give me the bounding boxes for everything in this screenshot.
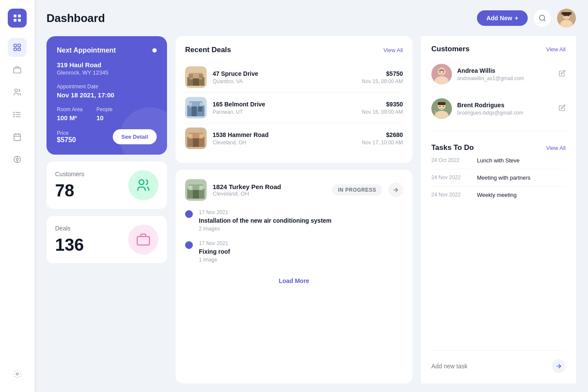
svg-rect-8: [14, 68, 21, 73]
sidebar-item-calendar[interactable]: [8, 128, 27, 146]
svg-rect-35: [137, 236, 149, 245]
task-date-2: 24 Nov 2022: [431, 192, 470, 198]
deals-label: Deals: [55, 225, 84, 232]
deal-right-0: $5750 Nov 15, 08:00 AM: [362, 70, 403, 84]
sidebar-item-contacts[interactable]: [8, 83, 27, 102]
deal-date-2: Nov 17, 10:00 AM: [362, 140, 403, 146]
appointment-date: Nov 18 2021, 17:00: [57, 91, 157, 99]
svg-rect-5: [18, 44, 21, 47]
people-value: 10: [96, 114, 112, 121]
price-label: Price: [57, 130, 76, 136]
edit-icon-0[interactable]: [559, 70, 566, 78]
plus-icon: +: [515, 15, 518, 22]
deal-location-0: Quantico, VA: [213, 78, 356, 84]
svg-rect-16: [14, 134, 21, 140]
add-new-button[interactable]: Add New +: [477, 10, 528, 26]
svg-point-9: [15, 89, 18, 92]
svg-point-21: [16, 159, 19, 161]
sidebar-logo[interactable]: [8, 9, 27, 28]
price-value: $5750: [57, 136, 76, 144]
customer-name-0: Andrea Willis: [457, 67, 554, 74]
deal-name-1: 165 Belmont Drive: [213, 101, 356, 108]
room-area-value: 100 M²: [57, 114, 83, 121]
next-appointment-card: Next Appointment 319 Haul Road Glenrock,…: [46, 36, 167, 155]
customer-email-0: andreawillis_ax1@gmail.com: [457, 75, 554, 81]
deal-thumb-2: [185, 128, 207, 149]
deal-item-2: 1538 Hammer Road Cleveland, OH $2680 Nov…: [185, 123, 403, 153]
middle-column: Recent Deals View All: [176, 36, 412, 383]
room-area-section: Room Area 100 M²: [57, 106, 83, 121]
tasks-title: Tasks To Do: [431, 143, 474, 152]
sidebar-item-list[interactable]: [8, 105, 27, 124]
timeline-date-0: 17 Nov 2021: [199, 209, 403, 215]
appointment-date-label: Appointment Date: [57, 84, 157, 90]
tasks-section-header: Tasks To Do View All: [431, 143, 566, 152]
deal-price-1: $9350: [362, 101, 403, 108]
load-more-button[interactable]: Load More: [185, 271, 403, 290]
svg-point-34: [139, 180, 144, 184]
appointment-title: Next Appointment: [57, 47, 116, 54]
timeline-content-0: 17 Nov 2021 Installation of the new air …: [199, 209, 403, 232]
search-button[interactable]: [534, 9, 551, 27]
svg-point-64: [439, 72, 441, 73]
svg-rect-7: [18, 48, 21, 51]
timeline-title-1: Fixing roof: [199, 248, 403, 255]
deals-value: 136: [55, 235, 84, 255]
deal-right-1: $9350 Nov 16, 09:00 AM: [362, 101, 403, 115]
tasks-view-all[interactable]: View All: [546, 145, 566, 151]
deal-item-0: 47 Spruce Drive Quantico, VA $5750 Nov 1…: [185, 62, 403, 93]
people-section: People 10: [96, 106, 112, 121]
svg-rect-6: [14, 48, 17, 51]
svg-rect-48: [200, 103, 203, 106]
svg-rect-60: [199, 186, 203, 190]
svg-rect-47: [189, 103, 192, 106]
send-task-button[interactable]: [552, 359, 566, 373]
deal-price-0: $5750: [362, 70, 403, 77]
user-avatar[interactable]: [557, 9, 576, 28]
deal-right-2: $2680 Nov 17, 10:00 AM: [362, 131, 403, 146]
recent-deals-view-all[interactable]: View All: [384, 47, 403, 53]
sidebar-item-tag[interactable]: [8, 150, 27, 169]
edit-icon-1[interactable]: [559, 104, 566, 113]
page-title: Dashboard: [46, 12, 105, 25]
deal-date-0: Nov 15, 08:00 AM: [362, 78, 403, 84]
timeline-dot-0: [185, 210, 193, 218]
section-divider: [431, 131, 566, 131]
customers-section-title: Customers: [431, 45, 470, 53]
sidebar-item-settings[interactable]: [8, 364, 27, 383]
add-task-input[interactable]: [431, 363, 552, 370]
svg-rect-40: [189, 74, 193, 78]
sidebar-item-briefcase[interactable]: [8, 60, 27, 79]
add-task-row: [431, 350, 566, 375]
customers-section-header: Customers View All: [431, 45, 566, 53]
customer-avatar-1: [431, 98, 452, 119]
timeline-content-1: 17 Nov 2021 Fixing roof 1 image: [199, 240, 403, 263]
customer-avatar-0: [431, 64, 452, 84]
customers-view-all[interactable]: View All: [546, 46, 566, 53]
customer-item-0: Andrea Willis andreawillis_ax1@gmail.com: [431, 60, 566, 88]
timeline-date-1: 17 Nov 2021: [199, 240, 403, 246]
timeline-dot-1: [185, 241, 193, 249]
appointment-city: Glenrock, WY 12345: [57, 69, 157, 76]
deal-info-1: 165 Belmont Drive Parowan, UT: [213, 101, 356, 115]
recent-deals-card: Recent Deals View All: [176, 36, 412, 163]
see-detail-button[interactable]: See Detail: [113, 129, 157, 144]
left-column: Next Appointment 319 Haul Road Glenrock,…: [46, 36, 167, 383]
appointment-address: 319 Haul Road: [57, 61, 157, 68]
svg-point-71: [443, 106, 444, 107]
progress-arrow-button[interactable]: [388, 183, 403, 197]
recent-deals-title: Recent Deals: [185, 46, 231, 54]
svg-rect-3: [18, 19, 21, 22]
sidebar-item-dashboard[interactable]: [8, 38, 27, 57]
timeline-sub-1: 1 image: [199, 257, 403, 263]
svg-point-13: [14, 112, 15, 113]
timeline-title-0: Installation of the new air conditioning…: [199, 217, 403, 224]
deals-stat-info: Deals 136: [55, 225, 84, 255]
deals-stat-card: Deals 136: [46, 216, 167, 263]
timeline-item-1: 17 Nov 2021 Fixing roof 1 image: [185, 240, 403, 263]
svg-point-32: [564, 16, 565, 16]
customers-stat-info: Customers 78: [55, 171, 84, 200]
people-label: People: [96, 106, 112, 112]
content-area: Next Appointment 319 Haul Road Glenrock,…: [34, 28, 588, 392]
tasks-section: Tasks To Do View All 24 Oct 2022 Lunch w…: [431, 143, 566, 203]
